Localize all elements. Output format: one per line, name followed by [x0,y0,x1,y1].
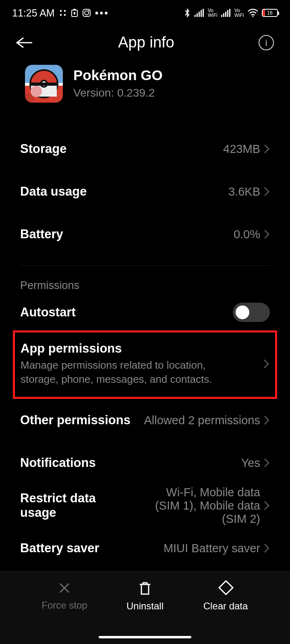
app-permissions-sub: Manage permissions related to location, … [21,358,238,386]
bluetooth-icon [184,7,191,19]
app-permissions-label: App permissions [21,341,238,356]
page-title: App info [34,34,259,51]
battery-icon: 16 [262,9,278,17]
svg-rect-1 [64,10,66,12]
chevron-right-icon [263,229,270,240]
chevron-right-icon [263,500,270,511]
storage-row[interactable]: Storage 423MB [20,128,270,170]
svg-point-20 [253,16,254,17]
status-bar: 11:25 AM ••• VoWiFi VoWiFi 16 [0,0,290,26]
bottom-bar: Force stop Uninstall Clear data [0,571,290,644]
storage-value: 423MB [223,142,260,156]
svg-rect-19 [229,9,230,17]
battery-saver-value: MIUI Battery saver [164,542,260,555]
clear-data-button[interactable]: Clear data [197,580,254,612]
eraser-icon [217,580,234,597]
svg-rect-0 [60,10,62,12]
vowifi-icon: VoWiFi [234,8,244,18]
svg-point-8 [85,11,89,15]
app-permissions-highlight: App permissions Manage permissions relat… [13,330,277,399]
chevron-right-icon [263,143,270,155]
svg-rect-13 [201,10,202,17]
titlebar: App info i [0,26,290,59]
restrict-data-value: Wi-Fi, Mobile data (SIM 1), Mobile data … [141,486,260,526]
other-permissions-row[interactable]: Other permissions Allowed 2 permissions [20,399,270,442]
notifications-row[interactable]: Notifications Yes [20,442,270,484]
clear-data-label: Clear data [203,601,248,612]
chevron-right-icon [263,543,270,554]
chevron-right-icon [263,415,270,426]
svg-rect-3 [64,14,66,16]
back-button[interactable] [14,35,34,50]
app-version: Version: 0.239.2 [73,87,163,99]
app-header: Pokémon GO Version: 0.239.2 [0,59,290,113]
app-permissions-row[interactable]: App permissions Manage permissions relat… [21,341,269,386]
app-name: Pokémon GO [73,65,163,83]
autostart-row[interactable]: Autostart [20,294,270,330]
battery-saver-row[interactable]: Battery saver MIUI Battery saver [20,527,270,570]
svg-rect-12 [199,12,200,17]
svg-rect-10 [195,15,196,17]
close-icon [57,580,72,596]
chevron-right-icon [263,457,270,469]
permissions-section-title: Permissions [20,279,270,294]
data-usage-value: 3.6KB [228,185,260,198]
battery-mini-icon [71,8,78,17]
autostart-label: Autostart [20,305,76,320]
divider [20,265,270,266]
storage-label: Storage [20,142,66,156]
autostart-toggle[interactable] [233,303,270,322]
svg-rect-6 [74,12,75,14]
uninstall-button[interactable]: Uninstall [117,580,173,612]
restrict-data-row[interactable]: Restrict data usage Wi-Fi, Mobile data (… [20,484,270,527]
instagram-icon [82,8,91,17]
other-permissions-value: Allowed 2 permissions [144,414,260,427]
status-time: 11:25 AM [12,7,55,19]
info-button[interactable]: i [259,35,274,50]
uninstall-label: Uninstall [126,601,164,612]
slack-icon [59,9,67,17]
notifications-label: Notifications [20,456,96,470]
nav-bar-handle[interactable] [99,636,191,638]
svg-rect-21 [219,581,233,594]
svg-rect-14 [203,9,204,17]
wifi-icon [247,8,259,17]
signal-icon [194,9,205,17]
battery-value: 0.0% [234,228,260,241]
battery-label: Battery [20,227,63,242]
force-stop-button[interactable]: Force stop [36,580,93,611]
svg-rect-18 [227,10,228,17]
svg-rect-11 [197,13,198,17]
chevron-right-icon [263,186,270,197]
svg-rect-2 [60,14,62,16]
notifications-value: Yes [241,456,260,470]
other-permissions-label: Other permissions [20,413,130,427]
app-icon [25,65,63,103]
svg-rect-17 [225,12,226,17]
data-usage-row[interactable]: Data usage 3.6KB [20,170,270,213]
svg-rect-16 [223,13,224,17]
data-usage-label: Data usage [20,184,87,199]
svg-rect-5 [73,9,76,10]
more-dots-icon: ••• [95,7,109,19]
signal-icon [221,9,231,17]
restrict-data-label: Restrict data usage [20,491,134,520]
force-stop-label: Force stop [41,600,87,611]
trash-icon [137,580,153,597]
svg-point-9 [88,10,89,11]
svg-rect-15 [221,15,222,17]
battery-saver-label: Battery saver [20,541,99,555]
chevron-right-icon [263,358,269,369]
vowifi-icon: VoWiFi [208,8,218,18]
battery-row[interactable]: Battery 0.0% [20,213,270,256]
